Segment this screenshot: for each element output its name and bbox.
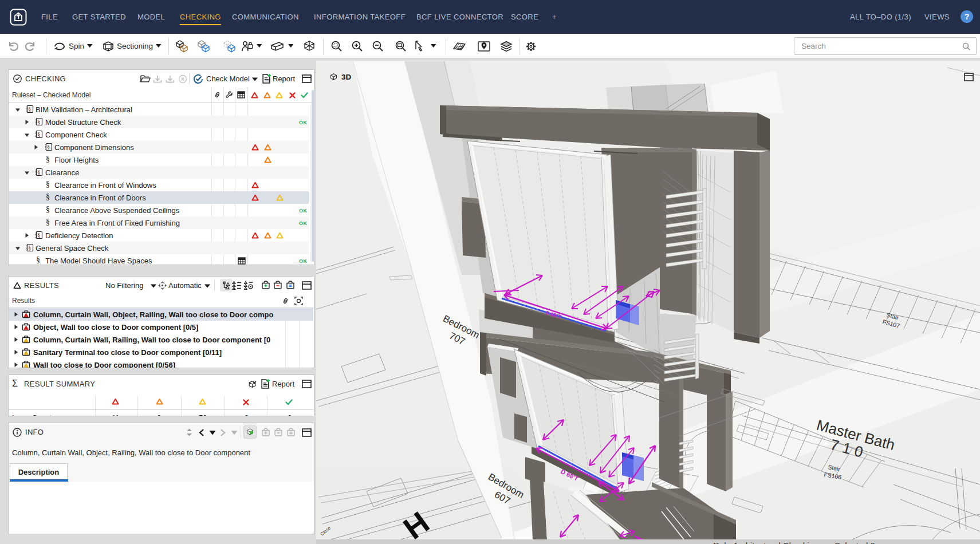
svg-text:§: § <box>37 169 40 175</box>
svg-text:§: § <box>28 245 31 251</box>
svg-text:§: § <box>37 232 40 238</box>
svg-text:§: § <box>28 107 31 112</box>
svg-text:§: § <box>37 119 40 125</box>
svg-text:§: § <box>47 144 50 150</box>
svg-text:§: § <box>37 132 40 137</box>
